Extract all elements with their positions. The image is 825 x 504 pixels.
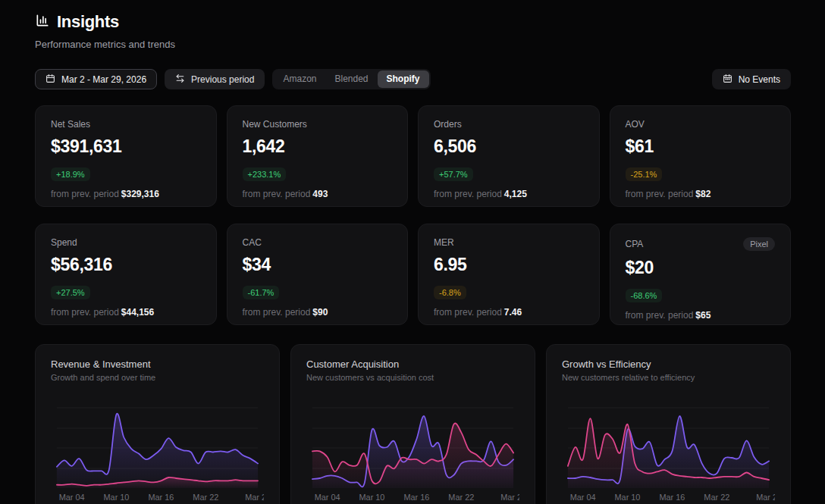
kpi-value: 6,506	[434, 136, 584, 157]
kpi-value: 1,642	[243, 136, 393, 157]
kpi-label: MER	[434, 237, 454, 248]
toolbar: Mar 2 - Mar 29, 2026 Previous period Ama…	[35, 69, 791, 89]
date-range-button[interactable]: Mar 2 - Mar 29, 2026	[35, 69, 157, 89]
kpi-label: New Customers	[243, 119, 307, 130]
kpi-card-spend: Spend $56,316 +27.5% from prev. period$4…	[35, 224, 217, 325]
calendar-days-icon	[723, 74, 732, 86]
svg-text:Mar 29: Mar 29	[500, 493, 519, 502]
kpi-value: $61	[626, 136, 776, 157]
chart-card-growth-efficiency: Growth vs Efficiency New customers relat…	[546, 344, 791, 504]
kpi-label: CAC	[243, 237, 262, 248]
kpi-prev-value: 493	[312, 189, 328, 199]
kpi-value: $391,631	[51, 136, 201, 157]
svg-text:Mar 04: Mar 04	[570, 493, 596, 502]
chart-subtitle: New customers relative to efficiency	[562, 373, 775, 382]
kpi-label: AOV	[626, 119, 645, 130]
line-chart-customer-acquisition: Mar 04Mar 10Mar 16Mar 22Mar 29	[306, 403, 519, 503]
segment-amazon[interactable]: Amazon	[274, 70, 325, 88]
kpi-previous-period: from prev. period4,125	[434, 189, 584, 199]
no-events-label: No Events	[739, 74, 780, 85]
kpi-change-badge: -61.7%	[243, 286, 280, 299]
kpi-card-aov: AOV $61 -25.1% from prev. period$82	[610, 105, 792, 207]
kpi-card-cac: CAC $34 -61.7% from prev. period$90	[227, 224, 409, 325]
kpi-grid: Net Sales $391,631 +18.9% from prev. per…	[35, 105, 791, 325]
kpi-previous-period: from prev. period$90	[243, 307, 393, 318]
chart-title: Growth vs Efficiency	[562, 358, 775, 370]
kpi-prev-value: 7.46	[504, 307, 522, 318]
kpi-change-badge: +233.1%	[243, 167, 287, 181]
kpi-card-cpa: CPA Pixel $20 -68.6% from prev. period$6…	[610, 224, 792, 325]
svg-text:Mar 04: Mar 04	[315, 493, 340, 502]
chart-title: Revenue & Investment	[51, 358, 264, 370]
kpi-previous-period: from prev. period$329,316	[51, 189, 201, 199]
line-chart-revenue-investment: Mar 04Mar 10Mar 16Mar 22Mar 29	[51, 403, 264, 503]
kpi-prev-value: $44,156	[121, 307, 154, 318]
kpi-previous-period: from prev. period$82	[626, 189, 776, 199]
kpi-change-badge: -25.1%	[626, 167, 663, 181]
kpi-card-net-sales: Net Sales $391,631 +18.9% from prev. per…	[35, 105, 217, 207]
previous-period-button[interactable]: Previous period	[165, 69, 265, 89]
kpi-value: 6.95	[434, 255, 584, 275]
svg-text:Mar 29: Mar 29	[245, 493, 264, 502]
kpi-label: Spend	[51, 237, 77, 248]
kpi-card-orders: Orders 6,506 +57.7% from prev. period4,1…	[418, 105, 600, 207]
kpi-previous-period: from prev. period$44,156	[51, 307, 201, 318]
pixel-badge: Pixel	[743, 237, 775, 251]
svg-text:Mar 10: Mar 10	[615, 493, 641, 502]
chart-grid: Revenue & Investment Growth and spend ov…	[35, 344, 791, 504]
svg-text:Mar 22: Mar 22	[448, 493, 474, 502]
bar-chart-icon	[35, 13, 50, 31]
line-chart-growth-efficiency: Mar 04Mar 10Mar 16Mar 22Mar 29	[562, 403, 775, 503]
segment-blended[interactable]: Blended	[325, 70, 377, 88]
kpi-change-badge: +57.7%	[434, 167, 473, 181]
svg-text:Mar 16: Mar 16	[404, 493, 430, 502]
kpi-label: Orders	[434, 119, 462, 130]
chart-card-customer-acquisition: Customer Acquisition New customers vs ac…	[290, 344, 535, 504]
no-events-button[interactable]: No Events	[712, 69, 791, 89]
svg-text:Mar 04: Mar 04	[59, 493, 85, 502]
svg-text:Mar 10: Mar 10	[359, 493, 385, 502]
kpi-prev-value: $65	[695, 310, 711, 321]
kpi-prev-value: $82	[695, 189, 711, 199]
kpi-previous-period: from prev. period7.46	[434, 307, 584, 318]
svg-text:Mar 22: Mar 22	[704, 493, 729, 502]
svg-text:Mar 22: Mar 22	[193, 493, 218, 502]
segment-shopify[interactable]: Shopify	[378, 70, 429, 88]
kpi-previous-period: from prev. period$65	[626, 310, 776, 321]
previous-period-label: Previous period	[191, 74, 254, 85]
arrows-left-right-icon	[175, 74, 185, 86]
kpi-label: Net Sales	[51, 119, 90, 130]
kpi-previous-period: from prev. period493	[243, 189, 393, 199]
kpi-label: CPA	[626, 239, 644, 249]
kpi-card-mer: MER 6.95 -6.8% from prev. period7.46	[418, 224, 600, 325]
kpi-value: $20	[626, 258, 776, 278]
date-range-label: Mar 2 - Mar 29, 2026	[61, 74, 146, 85]
chart-card-revenue-investment: Revenue & Investment Growth and spend ov…	[35, 344, 280, 504]
chart-subtitle: New customers vs acquisition cost	[306, 373, 519, 382]
kpi-prev-value: 4,125	[504, 189, 527, 199]
svg-text:Mar 29: Mar 29	[756, 493, 775, 502]
chart-title: Customer Acquisition	[306, 358, 519, 370]
insights-page: Insights Performance metrics and trends …	[0, 0, 825, 504]
kpi-change-badge: -68.6%	[626, 289, 663, 302]
kpi-prev-value: $90	[312, 307, 328, 318]
kpi-change-badge: -6.8%	[434, 286, 466, 299]
kpi-change-badge: +18.9%	[51, 167, 90, 181]
kpi-value: $34	[243, 255, 393, 275]
kpi-card-new-customers: New Customers 1,642 +233.1% from prev. p…	[227, 105, 409, 207]
chart-subtitle: Growth and spend over time	[51, 373, 264, 382]
svg-text:Mar 16: Mar 16	[660, 493, 685, 502]
page-subtitle: Performance metrics and trends	[35, 39, 791, 50]
page-header: Insights	[35, 12, 791, 32]
svg-text:Mar 16: Mar 16	[149, 493, 174, 502]
svg-text:Mar 10: Mar 10	[104, 493, 130, 502]
calendar-icon	[45, 74, 55, 86]
kpi-change-badge: +27.5%	[51, 286, 90, 299]
kpi-prev-value: $329,316	[121, 189, 159, 199]
channel-segmented-control: Amazon Blended Shopify	[272, 69, 430, 89]
page-title: Insights	[57, 12, 119, 32]
kpi-value: $56,316	[51, 255, 201, 275]
